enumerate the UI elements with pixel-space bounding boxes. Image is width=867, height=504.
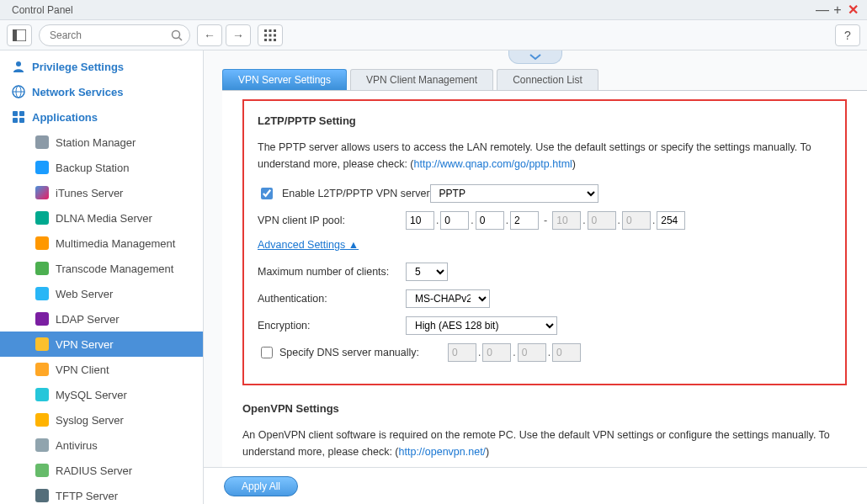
help-button[interactable]: ? <box>835 24 860 46</box>
enable-l2tp-label: Enable L2TP/PPTP VPN server <box>282 188 430 199</box>
grid3-icon <box>10 109 27 125</box>
openvpn-title: OpenVPN Settings <box>242 402 847 415</box>
tab-vpn-server-settings[interactable]: VPN Server Settings <box>222 69 347 90</box>
transcode-icon <box>34 261 51 276</box>
svg-rect-9 <box>274 34 276 36</box>
sidebar-cat-label: Applications <box>32 111 98 124</box>
sidebar-cat-applications[interactable]: Applications <box>0 104 203 130</box>
expand-handle[interactable] <box>508 50 562 64</box>
sidebar-item-tftp-server[interactable]: TFTP Server <box>0 483 203 504</box>
radius-icon <box>34 463 51 478</box>
openvpn-help-link[interactable]: http://openvpn.net/ <box>399 446 487 458</box>
minimize-icon[interactable]: — <box>815 3 830 18</box>
sidebar-item-label: Transcode Management <box>56 263 173 275</box>
sidebar-item-station-manager[interactable]: Station Manager <box>0 130 203 155</box>
dns-label: Specify DNS server manually: <box>279 347 448 358</box>
maximize-icon[interactable]: + <box>830 3 845 18</box>
panel-toggle-button[interactable] <box>7 24 32 46</box>
sidebar-item-label: DLNA Media Server <box>56 212 152 225</box>
sidebar-item-label: MySQL Server <box>56 389 127 401</box>
auth-select[interactable]: MS-CHAPv2 <box>406 289 490 308</box>
sidebar-item-antivirus[interactable]: Antivirus <box>0 432 203 458</box>
sidebar-item-label: Web Server <box>56 288 113 300</box>
enable-l2tp-row: Enable L2TP/PPTP VPN server PPTP <box>258 184 832 203</box>
sidebar-item-dlna-server[interactable]: DLNA Media Server <box>0 205 203 231</box>
dns-manual-checkbox[interactable] <box>261 347 273 358</box>
content-area: VPN Server Settings VPN Client Managemen… <box>204 50 867 504</box>
ip-end-oct1 <box>552 211 581 230</box>
sidebar-item-syslog-server[interactable]: Syslog Server <box>0 407 203 432</box>
sidebar-item-label: Antivirus <box>56 439 98 452</box>
sidebar-item-label: Backup Station <box>56 162 129 174</box>
disk-icon <box>34 160 51 175</box>
grid-view-button[interactable] <box>258 24 283 46</box>
l2tp-title: L2TP/PPTP Setting <box>258 114 832 127</box>
dns-oct4 <box>552 343 581 362</box>
ip-start-oct1[interactable] <box>406 211 434 230</box>
protocol-select[interactable]: PPTP <box>430 184 598 203</box>
sidebar-item-mysql-server[interactable]: MySQL Server <box>0 382 203 407</box>
svg-point-2 <box>173 30 180 38</box>
sidebar-item-radius-server[interactable]: RADIUS Server <box>0 458 203 483</box>
search-box[interactable] <box>39 24 190 46</box>
dns-oct1 <box>448 343 476 362</box>
l2tp-description: The PPTP server allows users to access t… <box>258 139 832 172</box>
tab-bar: VPN Server Settings VPN Client Managemen… <box>222 69 867 90</box>
ip-start-oct4[interactable] <box>510 211 539 230</box>
sidebar-item-vpn-client[interactable]: VPN Client <box>0 357 203 382</box>
mysql-icon <box>34 387 51 402</box>
close-icon[interactable]: ✕ <box>845 2 860 18</box>
enable-l2tp-checkbox[interactable] <box>261 188 273 199</box>
tab-vpn-client-mgmt[interactable]: VPN Client Management <box>350 69 493 90</box>
max-clients-row: Maximum number of clients: 5 <box>258 263 832 281</box>
svg-rect-1 <box>13 29 17 41</box>
apply-all-button[interactable]: Apply All <box>224 476 298 496</box>
forward-button[interactable]: → <box>226 24 251 46</box>
sidebar-item-backup-station[interactable]: Backup Station <box>0 155 203 180</box>
media-icon <box>34 236 51 251</box>
ip-start-oct3[interactable] <box>476 211 504 230</box>
dns-oct3 <box>518 343 546 362</box>
svg-line-3 <box>179 37 183 40</box>
l2tp-help-link[interactable]: http://www.qnap.com/go/pptp.html <box>414 158 572 170</box>
sidebar: Privilege Settings Network Services Appl… <box>0 50 204 504</box>
dns-oct2 <box>482 343 511 362</box>
svg-rect-11 <box>269 39 272 41</box>
sidebar-item-vpn-server[interactable]: VPN Server <box>0 332 203 357</box>
advanced-settings-toggle[interactable]: Advanced Settings ▲ <box>258 239 359 251</box>
l2tp-desc-post: ) <box>572 158 576 170</box>
sidebar-item-label: iTunes Server <box>56 187 123 199</box>
web-icon <box>34 286 51 301</box>
sidebar-item-transcode-mgmt[interactable]: Transcode Management <box>0 256 203 281</box>
ip-end-oct3 <box>622 211 651 230</box>
sidebar-item-label: VPN Client <box>56 363 109 376</box>
ip-end-oct4[interactable] <box>657 211 685 230</box>
user-icon <box>10 59 27 74</box>
svg-rect-8 <box>269 34 272 36</box>
action-bar: Apply All <box>204 467 867 504</box>
sidebar-item-multimedia-mgmt[interactable]: Multimedia Management <box>0 231 203 256</box>
sidebar-item-ldap-server[interactable]: LDAP Server <box>0 306 203 332</box>
window-title: Control Panel <box>7 4 815 16</box>
sidebar-cat-privilege[interactable]: Privilege Settings <box>0 54 203 79</box>
ip-pool-row: VPN client IP pool: . . . - . . . <box>258 211 832 230</box>
tab-connection-list[interactable]: Connection List <box>497 69 598 90</box>
dlna-icon <box>34 210 51 225</box>
sidebar-item-itunes-server[interactable]: iTunes Server <box>0 180 203 205</box>
ip-end-oct2 <box>588 211 616 230</box>
sidebar-item-web-server[interactable]: Web Server <box>0 281 203 306</box>
svg-rect-7 <box>264 34 267 36</box>
openvpn-desc-post: ) <box>486 446 489 458</box>
ip-start-oct2[interactable] <box>440 211 469 230</box>
encryption-select[interactable]: High (AES 128 bit) <box>406 316 557 335</box>
svg-rect-18 <box>19 111 24 116</box>
max-clients-select[interactable]: 5 <box>406 263 448 281</box>
sidebar-item-label: LDAP Server <box>56 313 120 326</box>
ip-pool-label: VPN client IP pool: <box>258 215 406 226</box>
sidebar-cat-network[interactable]: Network Services <box>0 79 203 104</box>
sidebar-cat-label: Privilege Settings <box>32 61 124 73</box>
back-button[interactable]: ← <box>197 24 222 46</box>
search-input[interactable] <box>48 25 168 45</box>
svg-rect-12 <box>274 39 276 41</box>
sidebar-item-label: RADIUS Server <box>56 464 132 477</box>
